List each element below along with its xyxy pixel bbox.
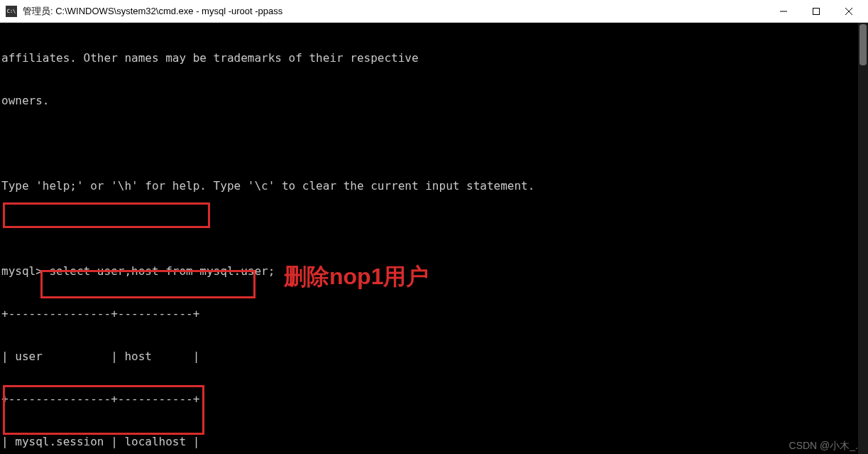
close-icon xyxy=(845,8,852,15)
cmd-icon xyxy=(6,6,17,17)
terminal-line: owners. xyxy=(1,94,859,108)
window-controls xyxy=(767,0,865,22)
terminal-content: affiliates. Other names may be trademark… xyxy=(1,23,859,454)
terminal-line xyxy=(1,222,859,236)
terminal-line xyxy=(1,136,859,151)
close-button[interactable] xyxy=(833,0,865,23)
terminal-line: affiliates. Other names may be trademark… xyxy=(1,51,859,65)
window-title: 管理员: C:\WINDOWS\system32\cmd.exe - mysql… xyxy=(23,5,767,18)
titlebar[interactable]: 管理员: C:\WINDOWS\system32\cmd.exe - mysql… xyxy=(0,0,868,23)
cmd-window: 管理员: C:\WINDOWS\system32\cmd.exe - mysql… xyxy=(0,0,868,454)
scrollbar[interactable] xyxy=(858,23,868,454)
minimize-icon xyxy=(780,8,787,15)
terminal-line: +---------------+-----------+ xyxy=(1,307,859,321)
terminal-line: | mysql.session | localhost | xyxy=(1,435,859,449)
terminal-line: mysql> select user,host from mysql.user; xyxy=(1,264,859,279)
terminal-line: +---------------+-----------+ xyxy=(1,392,859,406)
minimize-button[interactable] xyxy=(767,0,800,23)
terminal-line: Type 'help;' or '\h' for help. Type '\c'… xyxy=(1,179,859,193)
maximize-button[interactable] xyxy=(800,0,833,23)
terminal-area[interactable]: affiliates. Other names may be trademark… xyxy=(0,23,868,454)
watermark: CSDN @小木_. xyxy=(789,438,858,453)
scrollbar-thumb[interactable] xyxy=(859,24,867,65)
maximize-icon xyxy=(813,8,820,15)
terminal-line: | user | host | xyxy=(1,350,859,364)
annotation-text: 删除nop1用户 xyxy=(284,269,429,283)
svg-rect-1 xyxy=(813,9,820,15)
